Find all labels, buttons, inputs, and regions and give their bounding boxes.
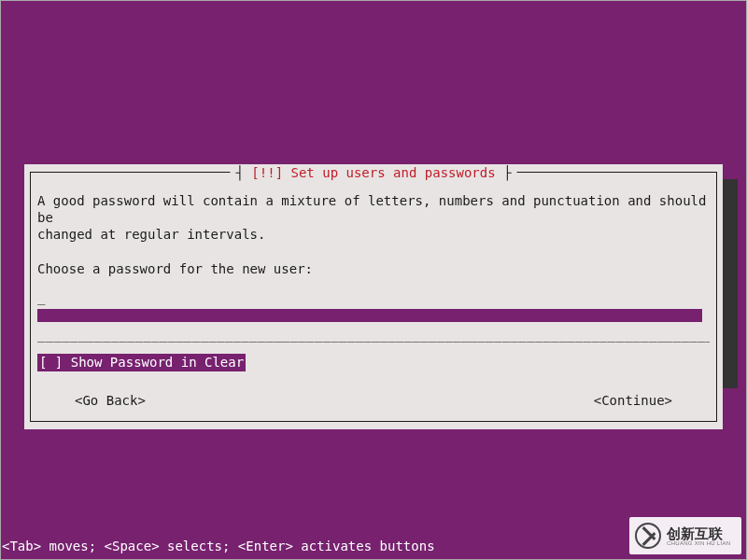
checkbox-label: [ ] Show Password in Clear xyxy=(39,355,244,370)
password-prompt: Choose a password for the new user: xyxy=(37,260,710,277)
watermark-cn: 创新互联 xyxy=(667,526,730,540)
show-password-checkbox[interactable]: [ ] Show Password in Clear xyxy=(37,354,246,371)
watermark-en: CHUANG XIN HU LIAN xyxy=(667,540,730,546)
button-row: <Go Back> <Continue> xyxy=(37,392,710,409)
password-input[interactable]: _ xyxy=(37,288,710,322)
dialog-title: ┤ [!!] Set up users and passwords ├ xyxy=(230,164,516,181)
watermark: 创新互联 CHUANG XIN HU LIAN xyxy=(629,517,741,554)
watermark-logo-icon xyxy=(635,523,661,549)
title-text: Set up users and passwords xyxy=(291,165,496,180)
input-underline: ________________________________________… xyxy=(37,326,710,343)
go-back-button[interactable]: <Go Back> xyxy=(75,392,146,409)
footer-hint: <Tab> moves; <Space> selects; <Enter> ac… xyxy=(2,538,435,554)
continue-button[interactable]: <Continue> xyxy=(594,392,672,409)
dialog-body-text: A good password will contain a mixture o… xyxy=(37,192,710,244)
dialog: ┤ [!!] Set up users and passwords ├ A go… xyxy=(24,164,723,429)
title-prefix: [!!] xyxy=(251,165,290,180)
